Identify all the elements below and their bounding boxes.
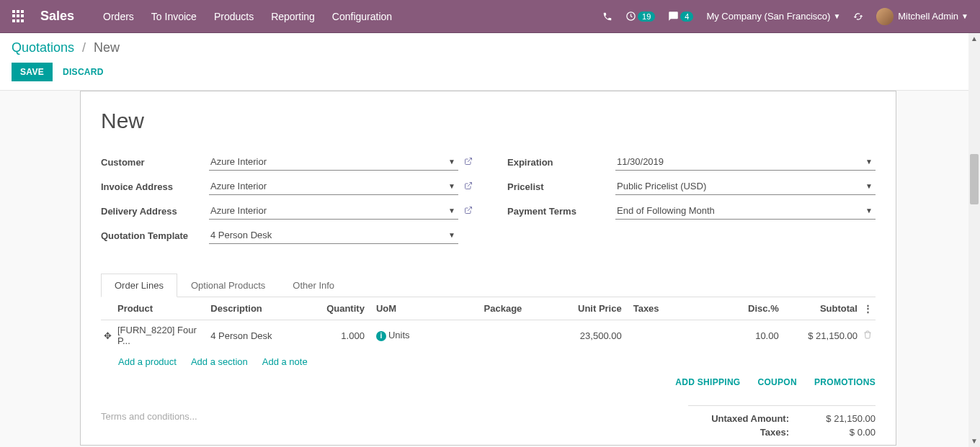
expiration-field[interactable] [615, 153, 876, 171]
th-unit-price: Unit Price [553, 297, 624, 320]
main-menu: Orders To Invoice Products Reporting Con… [103, 11, 392, 22]
app-brand[interactable]: Sales [40, 9, 74, 24]
th-disc: Disc.% [696, 297, 782, 320]
th-uom: UoM [368, 297, 453, 320]
expiration-label: Expiration [507, 157, 615, 168]
menu-configuration[interactable]: Configuration [332, 11, 392, 22]
tab-optional-products[interactable]: Optional Products [177, 274, 279, 297]
company-switcher[interactable]: My Company (San Francisco) ▼ [706, 11, 840, 22]
breadcrumb-sep: / [82, 40, 86, 55]
customer-label: Customer [101, 157, 209, 168]
cell-taxes [625, 320, 696, 351]
page-title: New [101, 109, 876, 133]
menu-reporting[interactable]: Reporting [271, 11, 315, 22]
menu-to-invoice[interactable]: To Invoice [151, 11, 197, 22]
form-right-column: Expiration ▼ Pricelist ▼ Payment Terms [507, 153, 876, 251]
add-section-link[interactable]: Add a section [191, 356, 248, 367]
delete-row-icon[interactable] [860, 320, 876, 351]
breadcrumb: Quotations / New [12, 40, 968, 55]
cell-subtotal: $ 21,150.00 [782, 320, 860, 351]
form-left-column: Customer ▼ Invoice Address ▼ [101, 153, 473, 251]
scroll-down-icon[interactable]: ▼ [968, 435, 980, 447]
top-navbar: Sales Orders To Invoice Products Reporti… [0, 0, 980, 33]
promotions-button[interactable]: PROMOTIONS [814, 377, 876, 387]
scroll-up-icon[interactable]: ▲ [968, 33, 980, 45]
payment-terms-label: Payment Terms [507, 206, 615, 217]
invoice-address-field[interactable] [209, 178, 458, 195]
cell-disc: 10.00 [696, 320, 782, 351]
add-product-link[interactable]: Add a product [118, 356, 177, 367]
bottom-actions: ADD SHIPPING COUPON PROMOTIONS [675, 377, 876, 387]
totals-block: Untaxed Amount: $ 21,150.00 Taxes: $ 0.0… [688, 405, 876, 439]
activities-icon[interactable]: 19 [625, 11, 655, 22]
drag-handle-icon[interactable]: ✥ [101, 320, 115, 351]
payment-terms-field[interactable] [615, 202, 876, 220]
chevron-down-icon: ▼ [833, 12, 840, 20]
debug-icon[interactable] [853, 12, 863, 22]
control-bar: Quotations / New SAVE DISCARD [0, 33, 980, 91]
messages-badge: 4 [680, 12, 693, 22]
quotation-template-field[interactable] [209, 227, 458, 244]
add-links: Add a product Add a section Add a note [101, 351, 876, 373]
order-lines-table: Product Description Quantity UoM Package… [101, 297, 876, 351]
phone-icon[interactable] [602, 12, 612, 22]
untaxed-value: $ 21,150.00 [789, 413, 876, 424]
quotation-template-label: Quotation Template [101, 230, 209, 241]
th-product: Product [115, 297, 208, 320]
cell-product: [FURN_8220] Four P... [115, 320, 208, 351]
external-link-icon[interactable] [464, 157, 473, 168]
chevron-down-icon: ▼ [961, 12, 968, 20]
external-link-icon[interactable] [464, 181, 473, 192]
avatar [876, 8, 894, 25]
user-name: Mitchell Admin [898, 11, 958, 22]
cell-package [453, 320, 553, 351]
taxes-value: $ 0.00 [789, 427, 876, 438]
activities-badge: 19 [638, 12, 655, 22]
th-package: Package [453, 297, 553, 320]
coupon-button[interactable]: COUPON [758, 377, 797, 387]
cell-uom: iUnits [368, 320, 453, 351]
scroll-thumb[interactable] [970, 154, 979, 204]
th-quantity: Quantity [304, 297, 368, 320]
external-link-icon[interactable] [464, 206, 473, 217]
th-taxes: Taxes [625, 297, 696, 320]
company-name: My Company (San Francisco) [706, 11, 830, 22]
action-buttons: SAVE DISCARD [12, 63, 968, 81]
th-subtotal: Subtotal [782, 297, 860, 320]
taxes-label: Taxes: [688, 427, 789, 438]
untaxed-label: Untaxed Amount: [688, 413, 789, 424]
info-icon[interactable]: i [376, 331, 386, 341]
cell-unit-price: 23,500.00 [553, 320, 624, 351]
navbar-right: 19 4 My Company (San Francisco) ▼ Mitche… [602, 8, 968, 25]
sheet-wrap: New Customer ▼ Invoice Address [0, 91, 980, 446]
pricelist-label: Pricelist [507, 181, 615, 192]
cell-description: 4 Person Desk [208, 320, 304, 351]
messages-icon[interactable]: 4 [668, 11, 693, 22]
form-grid: Customer ▼ Invoice Address ▼ [101, 153, 876, 251]
th-options-icon[interactable]: ⋮ [860, 297, 876, 320]
breadcrumb-root[interactable]: Quotations [12, 40, 74, 55]
form-sheet: New Customer ▼ Invoice Address [80, 91, 896, 446]
delivery-address-field[interactable] [209, 202, 458, 220]
user-menu[interactable]: Mitchell Admin ▼ [876, 8, 968, 25]
add-shipping-button[interactable]: ADD SHIPPING [675, 377, 740, 387]
menu-orders[interactable]: Orders [103, 11, 134, 22]
table-row[interactable]: ✥ [FURN_8220] Four P... 4 Person Desk 1.… [101, 320, 876, 351]
delivery-address-label: Delivery Address [101, 206, 209, 217]
pricelist-field[interactable] [615, 178, 876, 195]
th-description: Description [208, 297, 304, 320]
tab-order-lines[interactable]: Order Lines [101, 274, 177, 297]
invoice-address-label: Invoice Address [101, 181, 209, 192]
add-note-link[interactable]: Add a note [262, 356, 308, 367]
save-button[interactable]: SAVE [12, 63, 53, 81]
vertical-scrollbar[interactable]: ▲ ▼ [968, 33, 980, 447]
apps-icon[interactable] [12, 9, 26, 24]
cell-quantity: 1.000 [304, 320, 368, 351]
customer-field[interactable] [209, 153, 458, 171]
notebook-tabs: Order Lines Optional Products Other Info [101, 273, 876, 297]
tab-other-info[interactable]: Other Info [279, 274, 348, 297]
discard-button[interactable]: DISCARD [63, 67, 104, 77]
breadcrumb-current: New [94, 40, 120, 55]
terms-field[interactable]: Terms and conditions... [101, 411, 197, 422]
menu-products[interactable]: Products [214, 11, 254, 22]
